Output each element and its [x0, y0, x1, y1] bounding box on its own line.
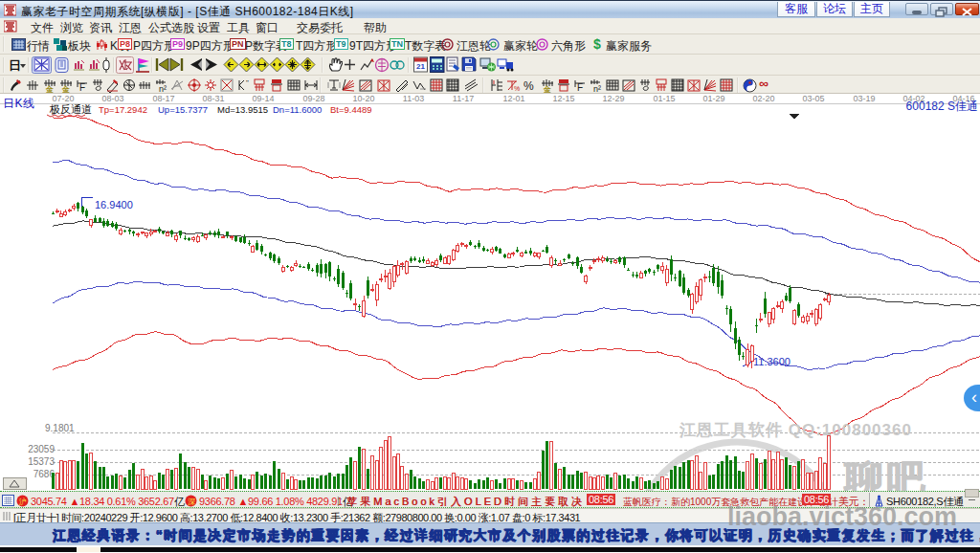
svg-text:": ": [246, 78, 249, 87]
svg-text:16.9400: 16.9400: [95, 199, 133, 210]
svg-text:02-20: 02-20: [752, 94, 774, 103]
svg-text:15373: 15373: [28, 456, 55, 467]
svg-text:金: 金: [61, 85, 70, 93]
svg-text:F: F: [79, 82, 85, 93]
svg-text:10-20: 10-20: [352, 94, 374, 103]
svg-text:01-15: 01-15: [653, 94, 675, 103]
svg-text:08-31: 08-31: [202, 94, 224, 103]
svg-text:09-14: 09-14: [252, 94, 274, 103]
svg-text:11-03: 11-03: [403, 94, 424, 103]
svg-text:金: 金: [543, 85, 551, 93]
svg-text:08-17: 08-17: [152, 94, 174, 103]
svg-text:03-19: 03-19: [853, 94, 875, 103]
svg-text:01-29: 01-29: [702, 94, 724, 103]
svg-text:600182 S佳通: 600182 S佳通: [906, 100, 978, 113]
svg-text:Dn=11.6000: Dn=11.6000: [273, 104, 322, 115]
svg-text:Tp=17.2942: Tp=17.2942: [99, 104, 147, 115]
svg-text:21: 21: [416, 62, 425, 71]
svg-text:%: %: [514, 85, 520, 92]
svg-text:%: %: [523, 79, 534, 93]
svg-text:11-17: 11-17: [453, 94, 474, 103]
svg-text:07-20: 07-20: [52, 94, 74, 103]
svg-text:08-03: 08-03: [101, 94, 123, 103]
svg-text:09-28: 09-28: [302, 94, 324, 103]
svg-text:n²: n²: [593, 84, 601, 93]
svg-text:12-15: 12-15: [552, 94, 574, 103]
svg-text:03-05: 03-05: [802, 94, 824, 103]
svg-text:极反通道: 极反通道: [49, 103, 92, 115]
svg-text:12-29: 12-29: [602, 94, 624, 103]
svg-text:23059: 23059: [28, 444, 55, 454]
svg-text:F: F: [577, 82, 583, 93]
svg-text:Bt=9.4489: Bt=9.4489: [330, 104, 372, 115]
svg-text:深: 深: [188, 498, 195, 506]
svg-text:Up=15.7377: Up=15.7377: [158, 104, 208, 115]
svg-text:沪: 沪: [18, 498, 27, 506]
svg-text:9.1801: 9.1801: [45, 423, 75, 433]
svg-text:n²: n²: [159, 84, 167, 93]
svg-text:12-01: 12-01: [502, 94, 524, 103]
svg-text:金: 金: [45, 85, 54, 93]
svg-text:Md=13.9515: Md=13.9515: [217, 104, 268, 115]
